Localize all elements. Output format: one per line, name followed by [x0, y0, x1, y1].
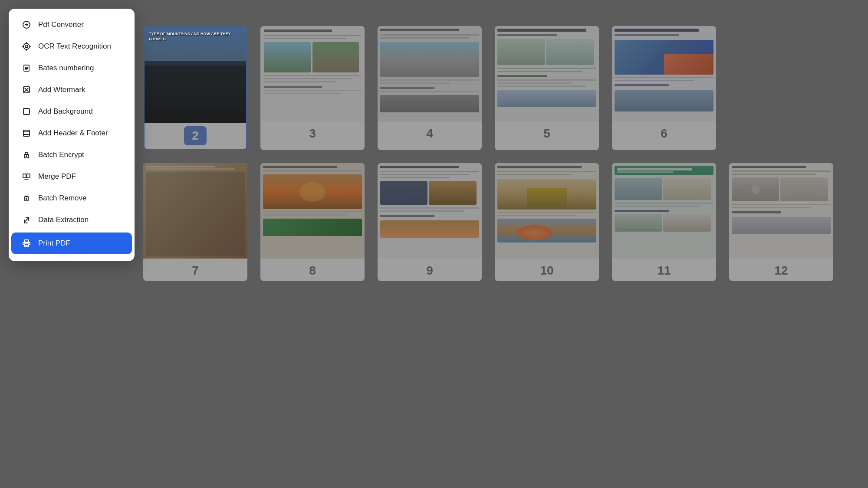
- bates-icon: [22, 63, 31, 73]
- menu-item-print-pdf[interactable]: Print PDF: [11, 233, 132, 254]
- pdf-converter-label: Pdf Converter: [38, 20, 84, 29]
- print-pdf-label: Print PDF: [38, 239, 70, 248]
- pdf-page-4[interactable]: 4: [378, 26, 482, 150]
- pdf-page-3[interactable]: 3: [260, 26, 365, 150]
- pdf-converter-icon: [22, 20, 31, 29]
- background-icon: [22, 107, 31, 116]
- batch-remove-icon: [22, 193, 31, 203]
- page-5-thumb: [495, 26, 599, 121]
- page-8-thumb: [260, 163, 365, 259]
- svg-point-19: [26, 156, 27, 157]
- page-3-thumb: [260, 26, 365, 121]
- svg-rect-26: [24, 240, 29, 242]
- merge-pdf-icon: [22, 172, 31, 181]
- page-11-number: 11: [657, 259, 671, 281]
- page-6-number: 6: [661, 121, 667, 144]
- menu-item-pdf-converter[interactable]: Pdf Converter: [11, 14, 132, 36]
- watermark-label: Add Wtermark: [38, 85, 85, 94]
- pdf-page-7[interactable]: 7: [143, 163, 247, 281]
- batch-encrypt-icon: [22, 150, 31, 160]
- page-7-thumb: [143, 163, 247, 259]
- batch-remove-label: Batch Remove: [38, 194, 87, 203]
- pdf-page-11[interactable]: 11: [612, 163, 716, 281]
- pdf-page-6[interactable]: 6: [612, 26, 716, 150]
- svg-rect-20: [23, 174, 26, 178]
- merge-pdf-label: Merge PDF: [38, 172, 76, 181]
- page-4-thumb: [378, 26, 482, 121]
- background-label: Add Background: [38, 107, 93, 116]
- ocr-label: OCR Text Recognition: [38, 42, 111, 51]
- header-footer-icon: [22, 128, 31, 138]
- menu-item-background[interactable]: Add Background: [11, 101, 132, 122]
- pdf-page-5[interactable]: 5: [495, 26, 599, 150]
- svg-rect-14: [23, 108, 30, 115]
- page-3-number: 3: [309, 121, 316, 144]
- menu-item-watermark[interactable]: Add Wtermark: [11, 79, 132, 101]
- pdf-page-10[interactable]: 10: [495, 163, 599, 281]
- svg-point-1: [25, 45, 28, 48]
- data-extraction-label: Data Extraction: [38, 216, 89, 224]
- svg-rect-23: [25, 197, 28, 201]
- page-5-number: 5: [543, 121, 550, 144]
- header-footer-label: Add Header & Footer: [38, 129, 108, 138]
- page-12-thumb: [729, 163, 833, 259]
- page-10-thumb: [495, 163, 599, 259]
- page-7-number: 7: [192, 259, 199, 281]
- page-11-thumb: [612, 163, 716, 259]
- batch-encrypt-label: Batch Encrypt: [38, 151, 84, 159]
- page-2-thumb: TYPE OF MOUNTAINS AND HOW ARE THEY FORME…: [145, 27, 246, 123]
- dropdown-menu: Pdf Converter OCR Text Recognition Bates: [9, 9, 135, 261]
- page-6-thumb: [612, 26, 716, 121]
- pdf-page-12[interactable]: 12: [729, 163, 833, 281]
- pdf-page-2[interactable]: TYPE OF MOUNTAINS AND HOW ARE THEY FORME…: [143, 26, 247, 150]
- page-12-number: 12: [774, 259, 788, 281]
- page-8-number: 8: [309, 259, 316, 281]
- page-9-thumb: [378, 163, 482, 259]
- page-10-number: 10: [540, 259, 553, 281]
- bates-label: Bates numbering: [38, 64, 94, 72]
- ocr-icon: [22, 42, 31, 51]
- menu-item-bates[interactable]: Bates numbering: [11, 57, 132, 79]
- watermark-icon: [22, 85, 31, 95]
- data-extraction-icon: [22, 215, 31, 225]
- page-4-number: 4: [426, 121, 433, 144]
- menu-item-batch-encrypt[interactable]: Batch Encrypt: [11, 144, 132, 166]
- pdf-page-9[interactable]: 9: [378, 163, 482, 281]
- menu-item-header-footer[interactable]: Add Header & Footer: [11, 122, 132, 144]
- pdf-page-8[interactable]: 8: [260, 163, 365, 281]
- print-pdf-icon: [22, 239, 31, 248]
- menu-item-batch-remove[interactable]: Batch Remove: [11, 187, 132, 209]
- page-9-number: 9: [426, 259, 433, 281]
- svg-point-2: [23, 43, 30, 49]
- menu-item-merge-pdf[interactable]: Merge PDF: [11, 166, 132, 187]
- menu-item-data-extraction[interactable]: Data Extraction: [11, 209, 132, 231]
- page-2-number: 2: [184, 126, 207, 145]
- svg-rect-15: [23, 130, 30, 136]
- svg-rect-21: [27, 174, 30, 178]
- menu-item-ocr[interactable]: OCR Text Recognition: [11, 36, 132, 57]
